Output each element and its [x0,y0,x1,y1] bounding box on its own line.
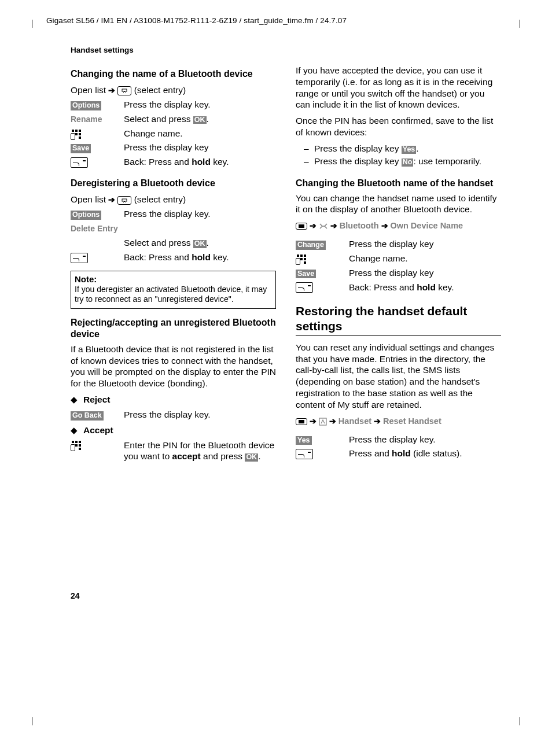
note-body: If you deregister an activated Bluetooth… [75,285,272,305]
accept-label: Accept [83,425,113,435]
step-text: Change name. [349,252,501,266]
scroll-icon [117,86,131,95]
heading-rule [296,335,501,336]
heading-reject-accept: Rejecting/accepting an unregistered Blue… [71,317,276,340]
options-key: Options [71,211,101,220]
step-text: Press the display key. [124,408,276,422]
hangup-icon [71,157,88,168]
step-text: Select and press OK. [124,236,276,250]
crop-mark-tl [32,20,32,28]
data-exchange-icon [319,222,328,230]
left-column: Changing the name of a Bluetooth device … [71,65,276,464]
open-list-label: Open list [71,85,106,95]
reject-bullet: ◆ Reject [71,394,276,405]
ok-key: OK [245,453,258,462]
page-number: 24 [71,591,517,600]
accept-bullet: ◆ Accept [71,425,276,436]
ok-key: OK [193,116,207,124]
open-list-label: Open list [71,194,106,204]
save-key: Save [71,144,91,153]
bt-name-para: You can change the handset name used to … [296,193,501,216]
keypad-icon [71,441,82,450]
keypad-icon [71,130,82,139]
menu-icon [296,223,307,230]
scroll-icon [117,196,131,205]
note-title: Note: [75,274,272,285]
step-text: Change name. [124,127,276,141]
steps-change-bt-name: Open list ➔ (select entry) Options Press… [71,83,276,169]
step-text: Back: Press and hold key. [124,155,276,169]
settings-icon [319,418,327,426]
nav-path-reset: ➔ ➔ Handset ➔ Reset Handset [296,415,501,428]
heading-change-bt-name: Changing the name of a Bluetooth device [71,68,276,80]
running-head: Handset settings [71,46,517,54]
no-key: No [402,158,414,167]
arrow-icon: ➔ [108,195,117,204]
yes-key: Yes [402,146,417,154]
menu-icon [296,418,307,425]
reject-label: Reject [83,394,111,404]
restore-para: You can reset any individual settings an… [296,342,501,411]
select-entry-label: (select entry) [134,194,186,204]
step-text: Press and hold (idle status). [349,447,501,461]
heading-bt-name-handset: Changing the Bluetooth name of the hands… [296,178,501,189]
save-key: Save [296,270,316,279]
heading-deregister: Deregistering a Bluetooth device [71,178,276,189]
diamond-bullet-icon: ◆ [71,394,83,405]
step-text: Select and press OK. [124,112,276,127]
go-back-key: Go Back [71,411,104,421]
accepted-para: If you have accepted the device, you can… [296,65,501,110]
step-text: Press the display key. [124,98,276,112]
crop-mark-tr [520,20,520,28]
steps-bt-name: Change Press the display key Change name… [296,237,501,294]
step-text: Press the display key. [124,207,276,222]
reject-accept-para: If a Bluetooth device that is not regist… [71,344,276,389]
steps-reset: Yes Press the display key. Press and hol… [296,433,501,462]
header-path: Gigaset SL56 / IM1 EN / A31008-M1752-R11… [46,16,517,25]
select-entry-label: (select entry) [134,85,186,95]
yes-key: Yes [296,436,312,445]
heading-restore: Restoring the handset default settings [296,304,501,333]
hangup-icon [71,253,88,263]
hangup-icon [296,282,313,293]
delete-entry-label: Delete Entry [71,224,118,233]
rename-label: Rename [71,115,102,124]
step-text: Back: Press and hold key. [124,250,276,265]
step-text: Press the display key [349,266,501,281]
step-text: Press the display key [349,237,501,252]
options-key: Options [71,101,101,110]
dash-item-no: – Press the display key No: use temporar… [296,156,501,167]
step-text: Press the display key. [349,433,501,447]
pin-confirmed-para: Once the PIN has been confirmed, save to… [296,115,501,138]
change-key: Change [296,241,326,250]
note-box: Note: If you deregister an activated Blu… [71,271,276,309]
right-column: If you have accepted the device, you can… [296,65,501,464]
keypad-icon [296,255,307,264]
ok-key: OK [193,240,207,248]
hangup-icon [296,449,313,459]
dash-item-yes: – Press the display key Yes. [296,143,501,154]
step-text: Enter the PIN for the Bluetooth device y… [124,438,276,464]
step-text: Back: Press and hold key. [349,281,501,295]
steps-deregister: Open list ➔ (select entry) Options Press… [71,193,276,264]
diamond-bullet-icon: ◆ [71,425,83,436]
nav-path-bluetooth: ➔ ➔ Bluetooth ➔ Own Device Name [296,220,501,233]
arrow-icon: ➔ [108,86,117,95]
step-text: Press the display key [124,141,276,155]
